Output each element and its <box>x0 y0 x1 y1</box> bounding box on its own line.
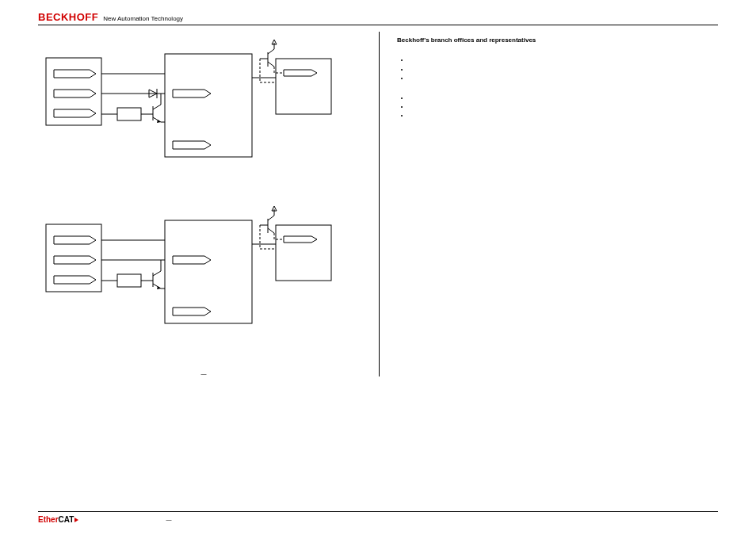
svg-line-31 <box>153 271 161 276</box>
svg-line-18 <box>268 49 274 54</box>
support-list <box>410 55 707 82</box>
content-columns: — Beckhoff's branch offices and represen… <box>38 32 718 376</box>
svg-rect-15 <box>276 59 331 114</box>
footer-page-num: — <box>166 517 171 522</box>
svg-line-40 <box>268 228 274 233</box>
service-list <box>410 94 707 120</box>
list-item <box>410 102 707 111</box>
schematic-diagram-top <box>38 38 339 181</box>
svg-line-39 <box>268 216 274 220</box>
page-header: BECKHOFF New Automation Technology <box>38 11 718 25</box>
left-column: — <box>38 32 379 376</box>
list-item <box>410 55 707 64</box>
arrow-icon <box>74 518 78 522</box>
footer-logo-ether: Ether <box>38 515 59 524</box>
list-item <box>410 74 707 82</box>
left-footnote: — <box>38 371 369 376</box>
svg-line-10 <box>153 105 161 109</box>
list-item <box>410 65 707 74</box>
page-footer: EtherCAT — <box>38 511 718 524</box>
svg-rect-27 <box>117 274 141 287</box>
brand-logo: BECKHOFF <box>38 11 98 23</box>
right-column: Beckhoff's branch offices and representa… <box>379 32 707 376</box>
intro-para-2: Beckhoff's branch offices and representa… <box>397 36 707 44</box>
svg-rect-6 <box>117 108 141 120</box>
svg-rect-36 <box>276 225 331 281</box>
svg-line-19 <box>268 62 274 67</box>
footer-logo-cat: CAT <box>59 515 74 524</box>
schematic-diagram-bottom <box>38 204 339 347</box>
list-item <box>410 94 707 102</box>
brand-tagline: New Automation Technology <box>103 15 183 22</box>
page: BECKHOFF New Automation Technology <box>38 11 718 376</box>
list-item <box>410 111 707 120</box>
